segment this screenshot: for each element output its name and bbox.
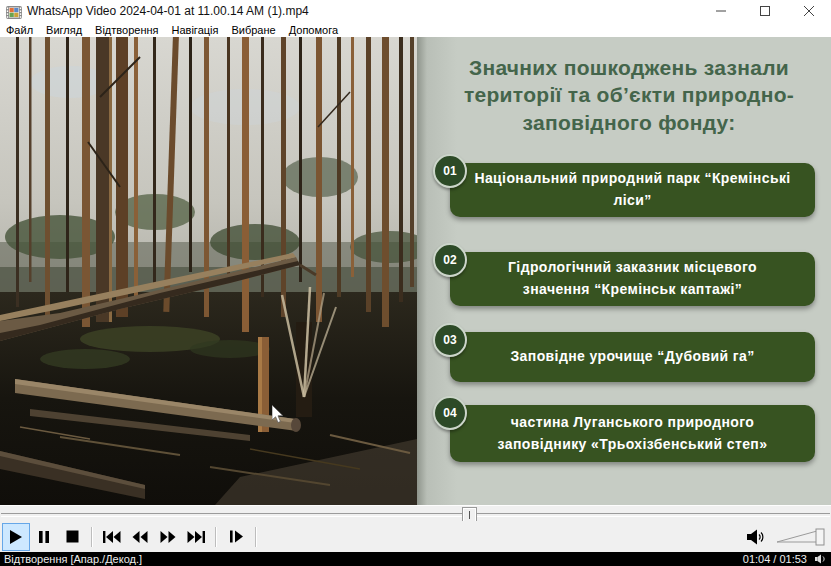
item-number: 04 xyxy=(443,406,456,420)
item-box: Національний природний парк “Кремінські … xyxy=(450,163,815,217)
slide-item-02: Гідрологічний заказник місцевого значенн… xyxy=(450,252,815,306)
slide-panel: Значних пошкоджень зазнали території та … xyxy=(417,37,831,505)
item-text: частина Луганського природного заповідни… xyxy=(474,412,791,455)
menu-item-help[interactable]: Допомога xyxy=(289,24,338,36)
menu-item-favorites[interactable]: Вибране xyxy=(231,24,275,36)
volume-slider[interactable] xyxy=(777,527,825,547)
seek-channel[interactable] xyxy=(1,513,830,517)
film-icon xyxy=(6,5,22,18)
close-button[interactable] xyxy=(787,0,831,22)
menu-item-play[interactable]: Відтворення xyxy=(95,24,158,36)
item-box: Заповідне урочище “Дубовий га” xyxy=(450,332,815,382)
item-number-badge: 02 xyxy=(433,243,467,277)
minimize-button[interactable] xyxy=(699,0,743,22)
speaker-icon[interactable] xyxy=(747,529,767,545)
item-text: Гідрологічний заказник місцевого значенн… xyxy=(474,257,791,300)
volume-thumb xyxy=(816,529,824,545)
status-speaker-icon xyxy=(815,554,827,564)
item-number: 02 xyxy=(443,253,456,267)
menu-bar: Файл Вигляд Відтворення Навігація Вибран… xyxy=(0,22,831,37)
item-number-badge: 01 xyxy=(433,154,467,188)
seek-bar[interactable] xyxy=(0,505,831,521)
menu-item-navigate[interactable]: Навігація xyxy=(172,24,219,36)
status-bar: Відтворення [Апар./Декод.] 01:04 / 01:53 xyxy=(0,552,831,566)
slide-item-03: Заповідне урочище “Дубовий га” 03 xyxy=(450,332,815,382)
skip-to-end-button[interactable] xyxy=(182,523,210,551)
playback-status: Відтворення [Апар./Декод.] xyxy=(4,553,743,565)
frame-step-button[interactable] xyxy=(222,523,250,551)
rewind-button[interactable] xyxy=(126,523,154,551)
item-number-badge: 03 xyxy=(433,323,467,357)
pause-button[interactable] xyxy=(30,523,58,551)
maximize-button[interactable] xyxy=(743,0,787,22)
menu-item-file[interactable]: Файл xyxy=(6,24,33,36)
fast-forward-button[interactable] xyxy=(154,523,182,551)
stop-button[interactable] xyxy=(58,523,86,551)
menu-item-view[interactable]: Вигляд xyxy=(46,24,82,36)
item-number: 03 xyxy=(443,333,456,347)
title-bar[interactable]: WhatsApp Video 2024-04-01 at 11.00.14 AM… xyxy=(0,0,831,22)
slide-title: Значних пошкоджень зазнали території та … xyxy=(441,54,817,136)
item-number-badge: 04 xyxy=(433,396,467,430)
skip-to-start-button[interactable] xyxy=(98,523,126,551)
item-box: Гідрологічний заказник місцевого значенн… xyxy=(450,252,815,306)
play-button[interactable] xyxy=(2,523,30,551)
video-display[interactable]: Значних пошкоджень зазнали території та … xyxy=(0,37,831,505)
toolbar-separator xyxy=(91,527,93,547)
slide-item-04: частина Луганського природного заповідни… xyxy=(450,405,815,462)
media-player-window: WhatsApp Video 2024-04-01 at 11.00.14 AM… xyxy=(0,0,831,566)
slide-item-01: Національний природний парк “Кремінські … xyxy=(450,163,815,217)
mouse-cursor xyxy=(272,405,285,424)
volume-control xyxy=(747,521,825,552)
item-number: 01 xyxy=(443,164,456,178)
item-box: частина Луганського природного заповідни… xyxy=(450,405,815,462)
toolbar-separator xyxy=(215,527,217,547)
item-text: Національний природний парк “Кремінські … xyxy=(474,168,791,211)
video-frame-forest xyxy=(0,37,417,505)
item-text: Заповідне урочище “Дубовий га” xyxy=(510,346,754,368)
toolbar-separator xyxy=(255,527,257,547)
window-title: WhatsApp Video 2024-04-01 at 11.00.14 AM… xyxy=(27,4,309,18)
time-display: 01:04 / 01:53 xyxy=(743,553,807,565)
transport-toolbar xyxy=(0,521,831,552)
